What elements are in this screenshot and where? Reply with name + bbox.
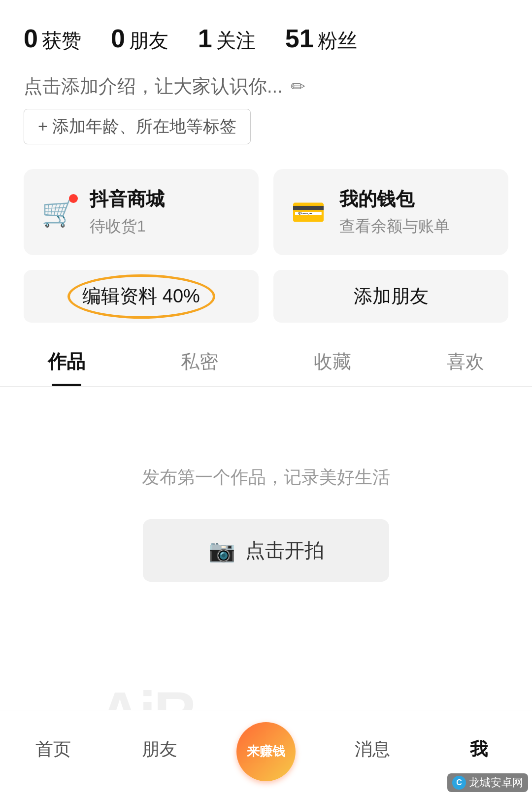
edit-profile-button[interactable]: 编辑资料 40% (24, 270, 259, 323)
tab-works-label: 作品 (48, 351, 85, 372)
wallet-card[interactable]: 💳 我的钱包 查看余额与账单 (273, 169, 508, 255)
stat-friends[interactable]: 0 朋友 (111, 24, 168, 54)
empty-state-text: 发布第一个作品，记录美好生活 (142, 465, 390, 490)
shoot-btn-label: 点击开拍 (245, 537, 324, 564)
stats-row: 0 获赞 0 朋友 1 关注 51 粉丝 (0, 0, 532, 69)
wallet-info: 我的钱包 查看余额与账单 (339, 187, 450, 237)
shoot-button[interactable]: 📷 点击开拍 (143, 519, 389, 582)
following-count: 1 (198, 24, 212, 53)
watermark: C 龙城安卓网 (447, 773, 528, 792)
nav-home[interactable]: 首页 (14, 737, 93, 762)
edit-profile-label: 编辑资料 40% (82, 286, 200, 306)
bio-placeholder[interactable]: 点击添加介绍，让大家认识你... ✏ (24, 74, 508, 99)
friends-count: 0 (111, 24, 125, 53)
shop-notification-dot (69, 194, 78, 203)
tab-private[interactable]: 私密 (133, 334, 266, 386)
likes-count: 0 (24, 24, 38, 53)
tab-favorites[interactable]: 收藏 (266, 334, 399, 386)
nav-profile-label: 我 (470, 737, 488, 762)
shop-icon: 🛒 (41, 196, 76, 229)
wallet-title: 我的钱包 (339, 187, 450, 212)
bio-text: 点击添加介绍，让大家认识你... (24, 74, 283, 99)
nav-messages-label: 消息 (355, 737, 390, 762)
camera-icon: 📷 (208, 538, 235, 564)
add-tag-label: + 添加年龄、所在地等标签 (38, 115, 236, 138)
shop-title: 抖音商城 (90, 187, 165, 212)
nav-profile[interactable]: 我 (439, 737, 518, 762)
watermark-text: 龙城安卓网 (469, 775, 523, 790)
followers-count: 51 (285, 24, 314, 53)
following-label: 关注 (216, 27, 256, 54)
stat-likes[interactable]: 0 获赞 (24, 24, 81, 54)
friends-label: 朋友 (129, 27, 168, 54)
add-tag-button[interactable]: + 添加年龄、所在地等标签 (24, 109, 251, 144)
likes-label: 获赞 (42, 27, 81, 54)
earn-badge-label: 来赚钱 (247, 744, 285, 759)
tab-likes-label: 喜欢 (447, 351, 484, 372)
shop-subtitle: 待收货1 (90, 216, 165, 237)
stat-following[interactable]: 1 关注 (198, 24, 256, 54)
nav-messages[interactable]: 消息 (333, 737, 412, 762)
tab-works[interactable]: 作品 (0, 334, 133, 386)
add-friend-label: 添加朋友 (354, 286, 429, 306)
nav-home-label: 首页 (35, 737, 71, 762)
tabs-row: 作品 私密 收藏 喜欢 (0, 334, 532, 387)
nav-earn[interactable]: 来赚钱 (227, 722, 305, 776)
tab-likes[interactable]: 喜欢 (399, 334, 532, 386)
nav-friends-label: 朋友 (142, 737, 177, 762)
wallet-icon: 💳 (291, 196, 326, 229)
earn-badge: 来赚钱 (236, 722, 296, 781)
empty-state: 发布第一个作品，记录美好生活 📷 点击开拍 (0, 387, 532, 621)
stat-followers[interactable]: 51 粉丝 (285, 24, 357, 54)
edit-bio-icon: ✏ (291, 76, 305, 97)
wallet-subtitle: 查看余额与账单 (339, 216, 450, 237)
shop-card[interactable]: 🛒 抖音商城 待收货1 (24, 169, 259, 255)
tab-private-label: 私密 (181, 351, 218, 372)
bio-section: 点击添加介绍，让大家认识你... ✏ + 添加年龄、所在地等标签 (0, 69, 532, 154)
watermark-logo: C (452, 776, 466, 790)
followers-label: 粉丝 (318, 27, 357, 54)
shop-info: 抖音商城 待收货1 (90, 187, 165, 237)
add-friend-button[interactable]: 添加朋友 (273, 270, 508, 323)
tab-favorites-label: 收藏 (314, 351, 351, 372)
action-buttons: 编辑资料 40% 添加朋友 (24, 270, 508, 323)
service-cards: 🛒 抖音商城 待收货1 💳 我的钱包 查看余额与账单 (24, 169, 508, 255)
nav-friends[interactable]: 朋友 (120, 737, 199, 762)
